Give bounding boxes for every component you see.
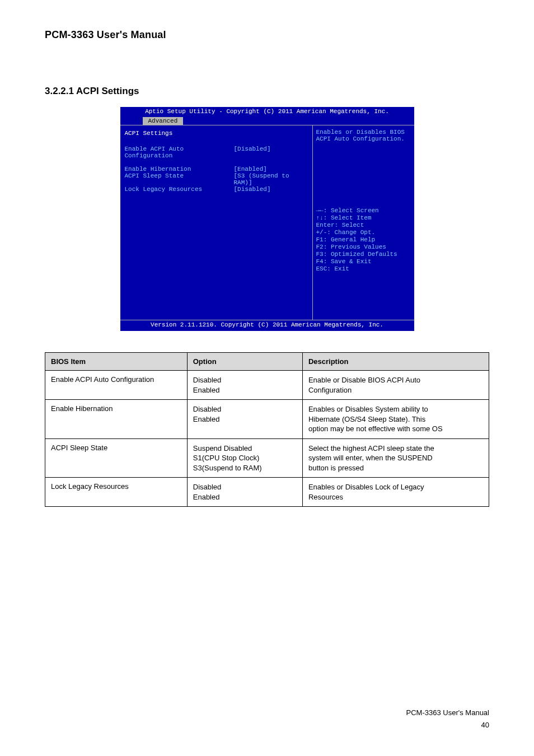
nav-line: F4: Save & Exit [316,258,411,265]
table-row: ACPI Sleep StateSuspend DisabledS1(CPU S… [45,438,489,478]
cell-desc: Select the highest ACPI sleep state thes… [302,438,489,478]
bios-nav-help: →←: Select Screen ↑↓: Select Item Enter:… [316,207,411,273]
nav-line: F2: Previous Values [316,244,411,251]
nav-line: ESC: Exit [316,265,411,273]
bios-config-table: BIOS Item Option Description Enable ACPI… [45,352,489,507]
bios-item-label: ACPI Sleep State [125,172,234,186]
nav-line: F1: General Help [316,236,411,244]
th-option: Option [187,353,302,371]
footer-manual: PCM-3363 User's Manual [406,708,489,717]
nav-line: ↑↓: Select Item [316,214,411,222]
bios-title-bar: Aptio Setup Utility - Copyright (C) 2011… [120,107,414,116]
table-row: Enable HibernationDisabledEnabledEnables… [45,400,489,439]
bios-item-value: [Disabled] [234,186,271,193]
nav-line: +/-: Change Opt. [316,229,411,236]
nav-line: F3: Optimized Defaults [316,251,411,258]
table-row: Lock Legacy ResourcesDisabledEnabledEnab… [45,478,489,507]
table-row: Enable ACPI Auto ConfigurationDisabledEn… [45,371,489,400]
bios-body: ACPI Settings Enable ACPI Auto Configura… [120,125,414,320]
nav-line: →←: Select Screen [316,207,411,214]
bios-screenshot: Aptio Setup Utility - Copyright (C) 2011… [120,107,414,331]
bios-item-row: Enable ACPI Auto Configuration [Disabled… [125,146,309,159]
bios-left-pane: ACPI Settings Enable ACPI Auto Configura… [120,125,313,320]
manual-title: PCM-3363 User's Manual [45,29,489,41]
cell-desc: Enable or Disable BIOS ACPI AutoConfigur… [302,371,489,400]
cell-desc: Enables or Disables System ability toHib… [302,400,489,439]
bios-right-pane: Enables or Disables BIOS ACPI Auto Confi… [313,125,414,320]
cell-option: DisabledEnabled [187,478,302,507]
footer-page-number: 40 [481,721,489,729]
cell-item: Enable ACPI Auto Configuration [45,371,188,400]
bios-item-row: Lock Legacy Resources [Disabled] [125,186,309,193]
bios-item-row: ACPI Sleep State [S3 (Suspend to RAM)] [125,172,309,186]
bios-item-label: Lock Legacy Resources [125,186,234,193]
bios-item-value: [Disabled] [234,146,271,159]
cell-option: Suspend DisabledS1(CPU Stop Clock)S3(Sus… [187,438,302,478]
bios-help-text: Enables or Disables BIOS ACPI Auto Confi… [316,129,411,207]
cell-item: ACPI Sleep State [45,438,188,478]
cell-item: Lock Legacy Resources [45,478,188,507]
bios-settings-header: ACPI Settings [125,130,309,137]
cell-item: Enable Hibernation [45,400,188,439]
cell-desc: Enables or Disables Lock of LegacyResour… [302,478,489,507]
bios-item-label: Enable ACPI Auto Configuration [125,146,234,159]
cell-option: DisabledEnabled [187,400,302,439]
bios-item-value: [S3 (Suspend to RAM)] [234,172,309,186]
bios-tab-advanced: Advanced [143,117,184,125]
bios-footer: Version 2.11.1210. Copyright (C) 2011 Am… [120,320,414,329]
nav-line: Enter: Select [316,222,411,229]
bios-item-label: Enable Hibernation [125,166,234,172]
bios-item-value: [Enabled] [234,166,267,172]
cell-option: DisabledEnabled [187,371,302,400]
th-desc: Description [302,353,489,371]
bios-item-row: Enable Hibernation [Enabled] [125,166,309,172]
th-item: BIOS Item [45,353,188,371]
section-title: 3.2.2.1 ACPI Settings [45,86,489,97]
